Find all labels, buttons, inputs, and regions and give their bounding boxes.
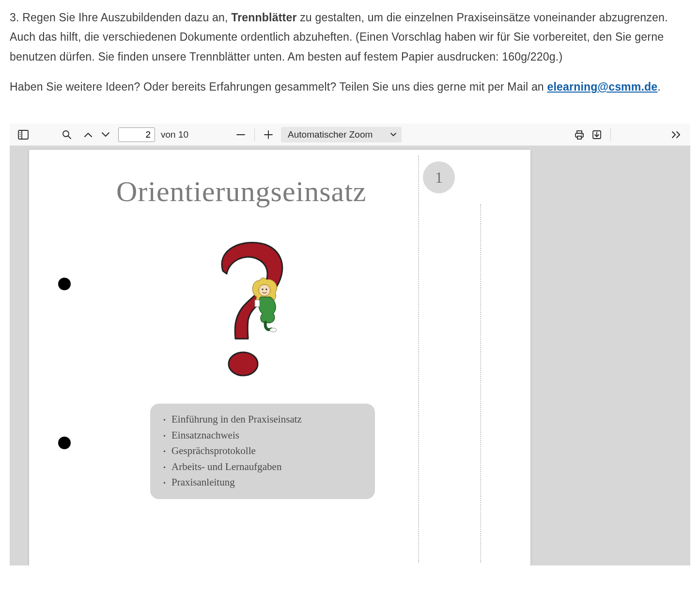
list-item: Arbeits- und Lernaufgaben (162, 459, 363, 475)
text: Haben Sie weitere Ideen? Oder bereits Er… (10, 80, 547, 93)
paragraph-3: 3. Regen Sie Ihre Auszubildenden dazu an… (10, 8, 690, 66)
svg-point-5 (63, 131, 69, 137)
list-item: Praxisanleitung (162, 474, 363, 490)
zoom-select-label: Automatischer Zoom (288, 129, 373, 140)
chevron-up-icon (84, 132, 93, 138)
page-total-label: von 10 (161, 129, 188, 140)
list-item: Gesprächsprotokolle (162, 443, 363, 459)
svg-rect-12 (577, 136, 581, 139)
svg-rect-21 (255, 300, 260, 307)
chevron-down-icon (101, 132, 110, 138)
svg-line-6 (68, 136, 71, 139)
toggle-sidebar-button[interactable] (15, 126, 32, 143)
list-item: Einführung in den Praxiseinsatz (162, 411, 363, 427)
prev-page-button[interactable] (79, 126, 97, 143)
svg-point-16 (229, 352, 258, 376)
svg-point-13 (581, 134, 582, 135)
separator (254, 128, 255, 141)
punch-hole (58, 278, 71, 290)
svg-point-20 (270, 328, 277, 332)
svg-rect-11 (577, 131, 582, 133)
page-number-input[interactable] (118, 127, 155, 142)
page-section-number: 1 (423, 161, 455, 193)
email-link[interactable]: elearning@csmm.de (547, 80, 657, 93)
zoom-in-button[interactable] (260, 126, 277, 143)
next-page-button[interactable] (97, 126, 114, 143)
pdf-toolbar: von 10 Automatischer Zoom (10, 124, 690, 146)
question-mark-illustration (203, 237, 300, 387)
text: . (657, 80, 661, 93)
print-button[interactable] (571, 126, 588, 143)
punch-hole (58, 437, 71, 449)
chevrons-right-icon (671, 131, 683, 139)
svg-point-17 (259, 284, 270, 296)
download-icon (591, 129, 602, 140)
minus-icon (235, 129, 246, 140)
separator (610, 128, 611, 141)
svg-point-19 (265, 288, 267, 290)
zoom-out-button[interactable] (232, 126, 249, 143)
zoom-select[interactable]: Automatischer Zoom (281, 127, 402, 142)
bullet-list: Einführung in den Praxiseinsatz Einsatzn… (162, 411, 363, 490)
bullet-list-box: Einführung in den Praxiseinsatz Einsatzn… (150, 404, 375, 499)
text: 3. Regen Sie Ihre Auszubildenden dazu an… (10, 11, 231, 24)
pdf-page: 1 Orientierungseinsatz (29, 150, 530, 565)
search-icon (62, 130, 72, 140)
chevron-down-icon (390, 132, 397, 137)
svg-point-18 (262, 288, 263, 290)
paragraph-contact: Haben Sie weitere Ideen? Oder bereits Er… (10, 77, 690, 96)
plus-icon (263, 129, 274, 140)
page-title: Orientierungseinsatz (116, 175, 367, 208)
download-button[interactable] (588, 126, 606, 143)
article-body: 3. Regen Sie Ihre Auszubildenden dazu an… (0, 0, 700, 96)
printer-icon (574, 129, 585, 140)
cut-line (418, 156, 419, 563)
pdf-page-area[interactable]: 1 Orientierungseinsatz (10, 146, 690, 565)
more-tools-button[interactable] (668, 126, 685, 143)
search-button[interactable] (58, 126, 76, 143)
pdf-viewer: von 10 Automatischer Zoom (10, 124, 690, 565)
cut-line (480, 204, 481, 563)
sidebar-icon (18, 130, 29, 140)
list-item: Einsatznachweis (162, 427, 363, 443)
bold-text: Trennblätter (231, 11, 296, 24)
